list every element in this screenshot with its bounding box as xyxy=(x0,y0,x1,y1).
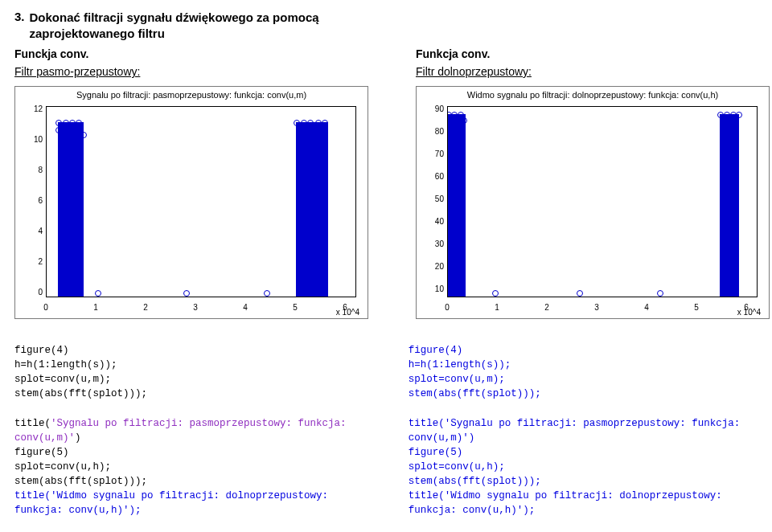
stem-marker-icon xyxy=(307,120,314,126)
right-column: Funkcja conv. Filtr dolnoprzepustowy: Wi… xyxy=(416,44,758,319)
code-line: title( xyxy=(409,490,445,501)
stem-marker-icon xyxy=(183,290,190,297)
xtick: 0 xyxy=(43,303,48,312)
stem-marker-icon xyxy=(80,132,87,138)
stem-marker-icon xyxy=(320,130,326,137)
xtick: 5 xyxy=(694,303,699,312)
heading: 3. Dokonać filtracji sygnału dźwiękowego… xyxy=(14,10,758,41)
stem-marker-icon xyxy=(724,112,730,118)
code-line: splot=conv(u,m); xyxy=(409,374,505,385)
chart-title: Sygnalu po filtracji: pasmoprzepustowy: … xyxy=(15,90,368,100)
stem-marker-icon xyxy=(721,121,728,127)
code-line: title( xyxy=(14,418,51,429)
code-row: figure(4) h=h(1:length(s)); splot=conv(u… xyxy=(14,343,758,518)
x-exponent: x 10^4 xyxy=(336,308,359,317)
stem-marker-icon xyxy=(310,127,317,133)
code-line: title( xyxy=(409,418,445,429)
ytick: 2 xyxy=(18,257,43,266)
ytick: 8 xyxy=(18,166,43,174)
stem-marker-icon xyxy=(492,290,499,297)
left-func-label: Funckja conv. xyxy=(14,47,356,60)
code-line: splot=conv(u,m); xyxy=(14,374,111,385)
code-line: stem(abs(fft(splot))); xyxy=(409,388,541,399)
code-right: figure(4) h=h(1:length(s)); splot=conv(u… xyxy=(409,343,758,518)
ytick: 90 xyxy=(420,104,444,113)
stem-marker-icon xyxy=(77,125,84,132)
stem-marker-icon xyxy=(298,129,304,135)
xtick: 3 xyxy=(594,303,599,312)
chart-title: Widmo sygnalu po filtracji: dolnoprzepus… xyxy=(417,90,769,100)
code-line: splot=conv(u,h); xyxy=(14,461,111,473)
xtick: 3 xyxy=(193,303,198,312)
xtick: 1 xyxy=(93,303,98,312)
stem-marker-icon xyxy=(69,120,76,126)
code-line: splot=conv(u,h); xyxy=(409,461,505,473)
code-line: figure(5) xyxy=(14,447,69,458)
code-line: ); xyxy=(523,505,535,516)
plot-area xyxy=(447,106,758,297)
right-func-label: Funkcja conv. xyxy=(416,47,758,60)
plot-area xyxy=(46,106,356,297)
code-line: stem(abs(fft(splot))); xyxy=(14,476,147,487)
stem-marker-icon xyxy=(315,120,322,126)
code-line: figure(5) xyxy=(409,447,463,458)
stem-marker-icon xyxy=(456,122,462,129)
stem-cluster xyxy=(720,114,739,297)
code-line: title( xyxy=(14,490,51,501)
left-column: Funckja conv. Filtr pasmo-przepustowy: S… xyxy=(14,44,356,319)
ytick: 6 xyxy=(18,196,43,205)
stem-cluster xyxy=(448,114,466,297)
code-line: stem(abs(fft(splot))); xyxy=(409,476,541,487)
xtick: 4 xyxy=(644,303,649,312)
ytick: 40 xyxy=(420,217,444,226)
ytick: 70 xyxy=(420,149,444,158)
ytick: 0 xyxy=(18,288,43,297)
code-line: h=h(1:length(s)); xyxy=(409,359,511,370)
code-line: ) xyxy=(469,432,475,444)
ytick: 12 xyxy=(18,104,43,113)
ytick: 20 xyxy=(420,262,444,271)
ytick: 10 xyxy=(420,284,444,293)
code-left: figure(4) h=h(1:length(s)); splot=conv(u… xyxy=(14,343,363,518)
code-string: 'Sygnalu po filtracji: pasmoprzepustowy:… xyxy=(409,418,746,444)
code-string: 'Sygnalu po filtracji: pasmoprzepustowy:… xyxy=(14,418,352,444)
ytick: 80 xyxy=(420,127,444,136)
ytick: 4 xyxy=(18,227,43,235)
stem-marker-icon xyxy=(450,120,456,126)
stem-marker-icon xyxy=(657,290,663,297)
stem-marker-icon xyxy=(736,112,742,118)
stem-marker-icon xyxy=(55,120,62,126)
stem-marker-icon xyxy=(294,120,300,126)
stem-marker-icon xyxy=(95,290,101,297)
stem-marker-icon xyxy=(717,112,724,118)
stem-marker-icon xyxy=(322,120,328,126)
stem-marker-icon xyxy=(63,120,69,126)
ytick: 10 xyxy=(18,135,43,144)
code-line: h=h(1:length(s)); xyxy=(14,359,117,370)
left-filter-label: Filtr pasmo-przepustowy: xyxy=(14,65,356,78)
stem-marker-icon xyxy=(264,290,270,297)
stem-cluster xyxy=(296,122,328,297)
heading-text: Dokonać filtracji sygnału dźwiękowego za… xyxy=(30,10,368,41)
xtick: 0 xyxy=(445,303,450,312)
stem-marker-icon xyxy=(55,127,62,133)
code-line: figure(4) xyxy=(409,345,463,356)
heading-number: 3. xyxy=(14,10,25,41)
x-exponent: x 10^4 xyxy=(737,308,761,317)
chart-bandpass: Sygnalu po filtracji: pasmoprzepustowy: … xyxy=(14,86,368,319)
chart-lowpass: Widmo sygnalu po filtracji: dolnoprzepus… xyxy=(416,86,770,319)
code-line: figure(4) xyxy=(14,345,69,356)
xtick: 4 xyxy=(243,303,248,312)
ytick: 30 xyxy=(420,239,444,248)
xtick: 1 xyxy=(495,303,499,312)
code-string: 'Widmo sygnalu po filtracji: dolnoprzepu… xyxy=(409,490,729,516)
stem-marker-icon xyxy=(301,120,307,126)
stem-cluster xyxy=(58,122,84,297)
code-string: 'Widmo sygnalu po filtracji: dolnoprzepu… xyxy=(14,490,335,516)
code-line: stem(abs(fft(splot))); xyxy=(14,388,147,399)
stem-marker-icon xyxy=(451,112,458,118)
code-line: ) xyxy=(75,432,81,444)
stem-marker-icon xyxy=(66,130,72,137)
ytick: 50 xyxy=(420,194,444,203)
stem-marker-icon xyxy=(577,290,583,297)
